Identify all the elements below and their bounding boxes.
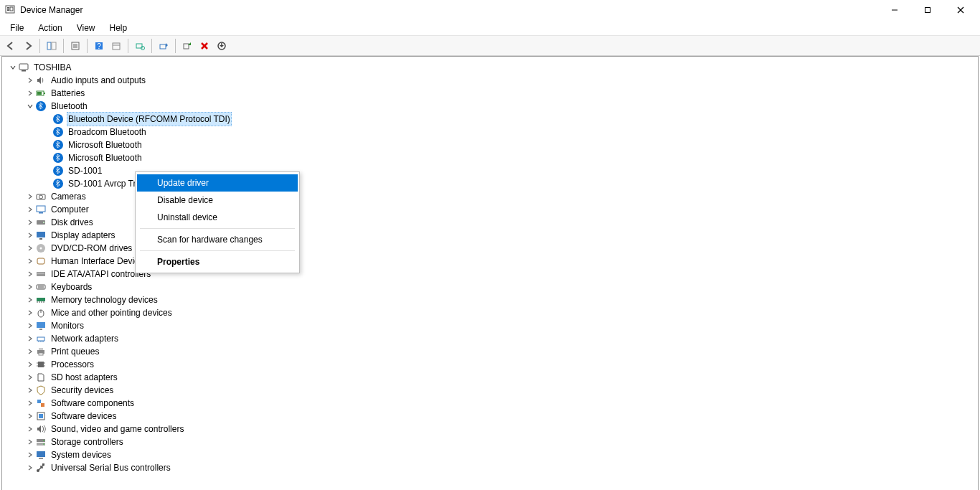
cm-separator <box>140 228 295 229</box>
cm-uninstall-device[interactable]: Uninstall device <box>137 209 298 226</box>
tree-item-usb[interactable]: Universal Serial Bus controllers <box>5 461 975 474</box>
svg-rect-9 <box>52 42 56 50</box>
svg-rect-83 <box>37 451 45 457</box>
chevron-right-icon[interactable] <box>25 450 35 460</box>
tree-item-bt-broadcom[interactable]: Broadcom Bluetooth <box>5 126 975 138</box>
tree-item-net[interactable]: Network adapters <box>5 332 975 345</box>
tree-item-printq[interactable]: Print queues <box>5 345 975 358</box>
forward-button[interactable] <box>20 38 36 54</box>
chevron-right-icon[interactable] <box>25 204 35 215</box>
close-button[interactable] <box>944 0 977 20</box>
scan-hardware-button[interactable] <box>132 38 148 54</box>
tree-item-security[interactable]: Security devices <box>5 384 975 397</box>
tree-item-processors[interactable]: Processors <box>5 358 975 371</box>
tree-item-label: Human Interface Devices <box>50 254 149 268</box>
cm-properties[interactable]: Properties <box>137 253 298 270</box>
tree-item-swcomp[interactable]: Software components <box>5 397 975 410</box>
menu-action[interactable]: Action <box>31 22 69 34</box>
category-icon <box>35 255 47 267</box>
chevron-right-icon[interactable] <box>25 424 35 434</box>
tree-item-sound[interactable]: Sound, video and game controllers <box>5 423 975 435</box>
svg-point-43 <box>43 222 44 223</box>
chevron-right-icon[interactable] <box>25 411 35 421</box>
chevron-right-icon[interactable] <box>25 295 35 305</box>
tree-item-label: Microsoft Bluetooth <box>67 151 143 165</box>
tree-item-mice[interactable]: Mice and other pointing devices <box>5 306 975 319</box>
cm-scan-hardware[interactable]: Scan for hardware changes <box>137 231 298 248</box>
chevron-right-icon[interactable] <box>25 463 35 473</box>
tree-item-bt-ms2[interactable]: Microsoft Bluetooth <box>5 151 975 164</box>
tree-item-sdhost[interactable]: SD host adapters <box>5 371 975 384</box>
chevron-right-icon[interactable] <box>25 359 35 369</box>
tree-item-memtech[interactable]: Memory technology devices <box>5 293 975 306</box>
tree-item-label: System devices <box>50 448 113 462</box>
tree-root[interactable]: TOSHIBA <box>5 61 975 74</box>
back-button[interactable] <box>3 38 19 54</box>
chevron-right-icon[interactable] <box>25 75 35 85</box>
category-icon <box>35 100 47 112</box>
svg-rect-2 <box>7 9 9 11</box>
category-icon <box>52 139 64 151</box>
category-icon <box>35 281 47 293</box>
chevron-right-icon[interactable] <box>25 308 35 318</box>
svg-rect-63 <box>37 337 44 341</box>
svg-rect-3 <box>10 7 13 11</box>
tree-item-swdev[interactable]: Software devices <box>5 410 975 423</box>
calendar-button[interactable] <box>108 38 124 54</box>
category-icon <box>35 88 47 99</box>
menu-file[interactable]: File <box>3 22 31 34</box>
category-icon <box>52 126 64 138</box>
show-hide-console-tree-button[interactable] <box>44 38 60 54</box>
cm-update-driver[interactable]: Update driver <box>137 174 298 192</box>
cm-disable-device[interactable]: Disable device <box>137 192 298 209</box>
tree-item-bt-ms1[interactable]: Microsoft Bluetooth <box>5 138 975 151</box>
tree-item-bt-rfcomm[interactable]: Bluetooth Device (RFCOMM Protocol TDI) <box>5 113 975 126</box>
category-icon <box>52 152 64 164</box>
tree-item-audio[interactable]: Audio inputs and outputs <box>5 74 975 87</box>
chevron-right-icon[interactable] <box>25 256 35 266</box>
chevron-right-icon[interactable] <box>25 192 35 202</box>
chevron-right-icon[interactable] <box>25 437 35 447</box>
properties-button[interactable] <box>67 38 83 54</box>
chevron-right-icon[interactable] <box>25 334 35 344</box>
tree-item-label: Monitors <box>50 319 85 333</box>
menu-help[interactable]: Help <box>103 22 135 34</box>
disable-device-button[interactable] <box>214 38 230 54</box>
chevron-down-icon[interactable] <box>25 101 35 111</box>
tree-item-label: Bluetooth Device (RFCOMM Protocol TDI) <box>67 112 232 126</box>
svg-rect-68 <box>39 348 43 350</box>
chevron-right-icon[interactable] <box>25 398 35 408</box>
tree-item-monitors[interactable]: Monitors <box>5 319 975 332</box>
maximize-button[interactable] <box>911 0 944 20</box>
svg-point-82 <box>43 443 44 445</box>
chevron-right-icon[interactable] <box>25 372 35 382</box>
chevron-right-icon[interactable] <box>25 282 35 292</box>
update-driver-button[interactable] <box>156 38 171 54</box>
category-icon <box>35 359 47 370</box>
chevron-down-icon[interactable] <box>8 62 18 72</box>
category-icon <box>35 75 47 86</box>
chevron-right-icon[interactable] <box>25 243 35 253</box>
chevron-right-icon[interactable] <box>25 269 35 279</box>
chevron-right-icon[interactable] <box>25 88 35 98</box>
tree-item-label: Batteries <box>50 86 86 100</box>
chevron-right-icon[interactable] <box>25 230 35 240</box>
chevron-right-icon[interactable] <box>25 347 35 357</box>
tree-item-batteries[interactable]: Batteries <box>5 87 975 100</box>
category-icon <box>35 204 47 215</box>
menu-view[interactable]: View <box>70 22 103 34</box>
uninstall-device-button[interactable] <box>197 38 212 54</box>
chevron-right-icon[interactable] <box>25 217 35 227</box>
tree-item-bluetooth[interactable]: Bluetooth <box>5 100 975 113</box>
tree-item-sysdev[interactable]: System devices <box>5 448 975 461</box>
svg-rect-1 <box>7 7 9 9</box>
chevron-right-icon[interactable] <box>25 321 35 331</box>
minimize-button[interactable] <box>878 0 911 20</box>
chevron-right-icon[interactable] <box>25 385 35 395</box>
tree-item-storage[interactable]: Storage controllers <box>5 435 975 448</box>
help-button[interactable]: ? <box>91 38 107 54</box>
svg-rect-51 <box>37 285 45 289</box>
enable-device-button[interactable] <box>179 38 195 54</box>
tree-item-keyboards[interactable]: Keyboards <box>5 281 975 293</box>
toolbar-separator <box>63 39 64 53</box>
